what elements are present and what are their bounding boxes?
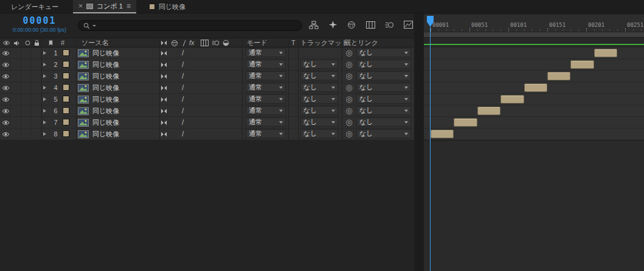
- tab-footage[interactable]: 同じ映像: [144, 0, 191, 13]
- rasterize-switch[interactable]: /: [182, 128, 184, 139]
- label-color-swatch[interactable]: [63, 49, 69, 56]
- parent-pickwhip-icon[interactable]: ◎: [344, 59, 354, 70]
- quality-switch[interactable]: [161, 119, 167, 126]
- expand-arrow-icon[interactable]: [43, 109, 46, 113]
- quality-switch[interactable]: [161, 73, 167, 80]
- parent-select[interactable]: なし: [356, 48, 411, 57]
- parent-select[interactable]: なし: [356, 106, 411, 115]
- expand-arrow-icon[interactable]: [43, 51, 46, 55]
- visibility-eye-toggle[interactable]: [2, 97, 10, 102]
- visibility-eye-toggle[interactable]: [2, 51, 10, 56]
- label-color-swatch[interactable]: [63, 130, 69, 137]
- composition-flowchart-icon[interactable]: [307, 18, 320, 31]
- panel-divider[interactable]: [414, 13, 424, 271]
- layer-duration-bar[interactable]: [594, 49, 617, 57]
- trackmatte-select[interactable]: なし: [300, 83, 338, 92]
- quality-switch[interactable]: [161, 62, 167, 68]
- layer-name[interactable]: 同じ映像: [92, 71, 119, 82]
- parent-pickwhip-icon[interactable]: ◎: [344, 117, 354, 128]
- trackmatte-select[interactable]: なし: [300, 94, 338, 104]
- close-icon[interactable]: ×: [78, 2, 83, 10]
- visibility-eye-toggle[interactable]: [2, 85, 10, 91]
- parent-pickwhip-icon[interactable]: ◎: [344, 94, 354, 105]
- mode-select[interactable]: 通常: [246, 129, 286, 138]
- parent-select[interactable]: なし: [356, 60, 411, 69]
- search-input[interactable]: [99, 22, 297, 29]
- layer-name[interactable]: 同じ映像: [92, 59, 119, 70]
- tab-render-queue[interactable]: レンダーキュー: [6, 0, 63, 13]
- trackmatte-select[interactable]: なし: [300, 118, 338, 127]
- rasterize-switch[interactable]: /: [182, 59, 184, 70]
- visibility-eye-toggle[interactable]: [2, 108, 10, 114]
- layer-duration-bar[interactable]: [477, 107, 500, 115]
- visibility-eye-toggle[interactable]: [2, 74, 10, 79]
- rasterize-switch[interactable]: /: [182, 71, 184, 82]
- layer-duration-bar[interactable]: [500, 95, 524, 104]
- current-time-display[interactable]: 00001 0:00:00:00 (30.00 fps): [2, 15, 77, 33]
- graph-editor-icon[interactable]: [401, 18, 415, 31]
- parent-select[interactable]: なし: [356, 94, 411, 104]
- layer-duration-bar[interactable]: [547, 72, 570, 80]
- parent-select[interactable]: なし: [356, 118, 411, 127]
- layer-name[interactable]: 同じ映像: [92, 94, 119, 105]
- mode-select[interactable]: 通常: [246, 83, 286, 92]
- mode-select[interactable]: 通常: [246, 48, 286, 57]
- label-color-swatch[interactable]: [63, 61, 69, 68]
- rasterize-switch[interactable]: /: [182, 48, 184, 58]
- visibility-eye-toggle[interactable]: [2, 120, 10, 125]
- mode-select[interactable]: 通常: [246, 118, 286, 127]
- label-color-swatch[interactable]: [63, 119, 69, 125]
- mode-select[interactable]: 通常: [246, 94, 286, 104]
- quality-switch[interactable]: [161, 131, 167, 138]
- quality-switch[interactable]: [161, 96, 167, 103]
- parent-pickwhip-icon[interactable]: ◎: [344, 128, 354, 139]
- parent-pickwhip-icon[interactable]: ◎: [344, 105, 354, 116]
- layer-duration-bar[interactable]: [570, 60, 594, 69]
- layer-name[interactable]: 同じ映像: [92, 82, 119, 93]
- expand-arrow-icon[interactable]: [43, 132, 46, 136]
- rasterize-switch[interactable]: /: [182, 105, 184, 116]
- current-frame[interactable]: 00001: [2, 15, 77, 26]
- mode-select[interactable]: 通常: [246, 71, 286, 80]
- layer-duration-bar[interactable]: [524, 83, 547, 92]
- shy-layers-icon[interactable]: [345, 18, 358, 31]
- parent-select[interactable]: なし: [356, 71, 411, 80]
- rasterize-switch[interactable]: /: [182, 117, 184, 128]
- search-options-chevron-icon[interactable]: [92, 25, 96, 27]
- motion-blur-icon[interactable]: [383, 18, 396, 31]
- tab-menu-icon[interactable]: ≡: [126, 2, 131, 10]
- expand-arrow-icon[interactable]: [43, 97, 46, 101]
- expand-arrow-icon[interactable]: [43, 86, 46, 90]
- mode-select[interactable]: 通常: [246, 60, 286, 69]
- layer-name[interactable]: 同じ映像: [92, 128, 119, 139]
- label-color-swatch[interactable]: [63, 96, 69, 102]
- quality-switch[interactable]: [161, 50, 167, 57]
- tab-comp-1[interactable]: × コンポ 1 ≡: [73, 0, 136, 13]
- label-color-swatch[interactable]: [63, 72, 69, 79]
- layer-duration-bar[interactable]: [431, 130, 454, 138]
- expand-arrow-icon[interactable]: [43, 121, 46, 124]
- layer-name[interactable]: 同じ映像: [92, 117, 119, 128]
- search-field[interactable]: [78, 20, 302, 31]
- expand-arrow-icon[interactable]: [43, 63, 46, 66]
- trackmatte-select[interactable]: なし: [300, 129, 338, 138]
- draft-3d-icon[interactable]: [326, 18, 339, 31]
- rasterize-switch[interactable]: /: [182, 82, 184, 93]
- layer-name[interactable]: 同じ映像: [92, 48, 119, 58]
- parent-select[interactable]: なし: [356, 83, 411, 92]
- parent-pickwhip-icon[interactable]: ◎: [344, 48, 354, 58]
- quality-switch[interactable]: [161, 108, 167, 114]
- visibility-eye-toggle[interactable]: [2, 132, 10, 137]
- expand-arrow-icon[interactable]: [43, 74, 46, 78]
- trackmatte-select[interactable]: なし: [300, 71, 338, 80]
- visibility-eye-toggle[interactable]: [2, 62, 10, 68]
- layer-duration-bar[interactable]: [454, 118, 477, 127]
- layer-name[interactable]: 同じ映像: [92, 105, 119, 116]
- trackmatte-select[interactable]: なし: [300, 106, 338, 115]
- work-area-bar[interactable]: [424, 32, 644, 38]
- quality-switch[interactable]: [161, 85, 167, 91]
- rasterize-switch[interactable]: /: [182, 94, 184, 105]
- label-color-swatch[interactable]: [63, 107, 69, 114]
- mode-select[interactable]: 通常: [246, 106, 286, 115]
- trackmatte-select[interactable]: なし: [300, 60, 338, 69]
